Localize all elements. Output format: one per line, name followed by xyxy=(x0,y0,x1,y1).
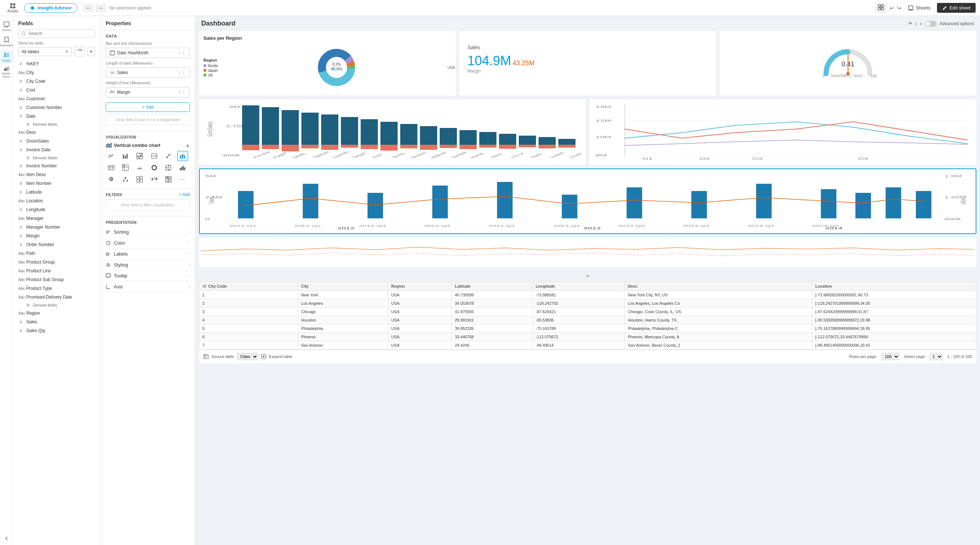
viz-combo-icon[interactable] xyxy=(177,151,188,161)
field-item[interactable]: Abc Item Desc xyxy=(13,170,100,179)
selection-back-btn[interactable]: ← xyxy=(83,4,93,12)
source-table-select[interactable]: Cities xyxy=(237,353,258,360)
field-item[interactable]: # %KEY xyxy=(13,59,100,68)
derived-fields-item[interactable]: Derived fields xyxy=(13,302,100,309)
add-chart-row-btn[interactable]: + xyxy=(196,270,980,281)
field-item[interactable]: # Margin xyxy=(13,232,100,240)
more-icon3[interactable]: ⋮ xyxy=(181,90,186,95)
col-city[interactable]: City xyxy=(298,282,388,291)
field-item[interactable]: Abc Region xyxy=(13,309,100,318)
redo-btn[interactable]: ↪ xyxy=(897,5,901,11)
field-item[interactable]: # Sales xyxy=(13,318,100,326)
sidebar-master[interactable]: Master Items xyxy=(1,66,13,79)
viz-line-icon[interactable] xyxy=(106,151,117,161)
viz-scatter-icon[interactable] xyxy=(163,151,174,161)
add-chart-btn[interactable]: + xyxy=(908,20,912,27)
page-select[interactable]: 1 xyxy=(929,353,943,360)
field-item[interactable]: Abc Product Sub Group xyxy=(13,275,100,284)
sidebar-sheets[interactable]: Sheets xyxy=(1,20,13,33)
expand-table-label[interactable]: Expand table xyxy=(269,354,293,359)
field-item[interactable]: # Cost xyxy=(13,86,100,94)
add-field-button[interactable]: + Add xyxy=(106,102,190,112)
pres-color[interactable]: Color › xyxy=(106,238,190,249)
viz-bar-icon[interactable] xyxy=(120,151,131,161)
field-item[interactable]: Abc Path xyxy=(13,249,100,258)
add-field-btn[interactable]: + xyxy=(87,47,95,56)
viz-gauge-icon[interactable] xyxy=(134,163,145,173)
sheets-button[interactable]: Sheets xyxy=(904,4,934,13)
expand-icon3[interactable]: › xyxy=(179,90,180,95)
field-item[interactable]: Abc Product Line xyxy=(13,267,100,275)
viz-histogram-icon[interactable] xyxy=(177,163,188,173)
viz-treemap-icon[interactable] xyxy=(134,151,145,161)
table-scroll[interactable]: City Code City Region Latitude Longitude… xyxy=(199,281,976,350)
col-latitude[interactable]: Latitude xyxy=(452,282,533,291)
pres-sorting[interactable]: Sorting › xyxy=(106,227,190,238)
field-item[interactable]: Abc Desc xyxy=(13,128,100,137)
viz-map-icon[interactable] xyxy=(106,174,117,184)
field-item[interactable]: # Manager Number xyxy=(13,223,100,232)
expand-icon[interactable]: › xyxy=(179,50,180,56)
field-item[interactable]: # Invoice Number xyxy=(13,162,100,170)
nav-next-btn[interactable]: › xyxy=(920,21,922,27)
col-desc[interactable]: Desc xyxy=(625,282,812,291)
viz-heatmap-icon[interactable] xyxy=(163,163,174,173)
viz-more-icon[interactable]: ··· xyxy=(177,174,188,184)
pres-axis[interactable]: Axis › xyxy=(106,281,190,292)
more-icon2[interactable]: ⋮ xyxy=(181,70,186,75)
col-location[interactable]: Location xyxy=(812,282,976,291)
viz-mekko-icon[interactable] xyxy=(163,174,174,184)
grid-view-btn[interactable] xyxy=(875,3,887,13)
pres-labels[interactable]: Labels › xyxy=(106,249,190,259)
field-item[interactable]: # Date xyxy=(13,112,100,121)
viz-pivot-icon[interactable] xyxy=(120,163,131,173)
add-filter-btn[interactable]: + Add xyxy=(179,192,190,197)
nav-prev-btn[interactable]: ‹ xyxy=(915,21,917,27)
more-icon[interactable]: ⋮ xyxy=(181,50,186,56)
field-item[interactable]: # Latitude xyxy=(13,188,100,197)
field-item[interactable]: # GrossSales xyxy=(13,137,100,145)
viz-grid2-icon[interactable] xyxy=(134,174,145,184)
refresh-btn[interactable] xyxy=(75,47,85,57)
col-longitude[interactable]: Longitude xyxy=(533,282,625,291)
field-item[interactable]: Abc Product Group xyxy=(13,258,100,267)
field-item[interactable]: Abc Promised Delivery Date xyxy=(13,293,100,302)
height-row[interactable]: Margin › ⋮ xyxy=(106,87,190,97)
viz-network-icon[interactable] xyxy=(120,174,131,184)
field-item[interactable]: # City Code xyxy=(13,77,100,86)
viz-waterfall-icon[interactable] xyxy=(149,174,160,184)
viz-kpi-icon[interactable]: KPI xyxy=(149,151,160,161)
sidebar-bookmarks[interactable]: Bookmarks xyxy=(1,35,13,48)
viz-table-icon[interactable] xyxy=(106,163,117,173)
pres-styling[interactable]: Styling › xyxy=(106,259,190,270)
field-item[interactable]: # Item Number xyxy=(13,179,100,188)
field-item[interactable]: # Order Number xyxy=(13,240,100,249)
field-item[interactable]: Abc Customer xyxy=(13,94,100,103)
field-item[interactable]: Abc City xyxy=(13,68,100,77)
length-row[interactable]: Sales › ⋮ xyxy=(106,67,190,78)
table-select[interactable]: All tables ▼ xyxy=(18,48,72,56)
pres-tooltip[interactable]: Tooltip › xyxy=(106,270,190,281)
field-item[interactable]: # Invoice Date xyxy=(13,145,100,154)
assets-button[interactable]: Assets xyxy=(5,1,21,14)
field-item[interactable]: # Longitude xyxy=(13,205,100,214)
derived-fields-item[interactable]: Derived fields xyxy=(13,154,100,162)
col-region[interactable]: Region xyxy=(388,282,452,291)
field-item[interactable]: # Customer Number xyxy=(13,103,100,112)
expand-icon2[interactable]: › xyxy=(179,70,180,75)
sidebar-fields[interactable]: Fields xyxy=(1,50,13,64)
sidebar-collapse[interactable] xyxy=(1,532,13,545)
expand-viz-icon[interactable]: ▲ xyxy=(185,143,190,148)
rows-per-page-select[interactable]: 100 xyxy=(881,353,899,360)
field-item[interactable]: Abc Location xyxy=(13,197,100,205)
derived-fields-item[interactable]: Derived fields xyxy=(13,121,100,128)
selection-fwd-btn[interactable]: → xyxy=(95,4,106,12)
col-city-code[interactable]: City Code xyxy=(199,282,298,291)
insight-tab[interactable]: Insight Advisor xyxy=(24,3,77,13)
undo-btn[interactable]: ↩ xyxy=(889,5,894,11)
field-item[interactable]: # Sales Qty xyxy=(13,326,100,335)
edit-sheet-button[interactable]: Edit sheet xyxy=(937,3,975,13)
bar-dim-row[interactable]: Date.YearMonth › ⋮ xyxy=(106,48,190,58)
field-item[interactable]: Abc Product Type xyxy=(13,284,100,293)
search-input[interactable] xyxy=(29,31,92,36)
